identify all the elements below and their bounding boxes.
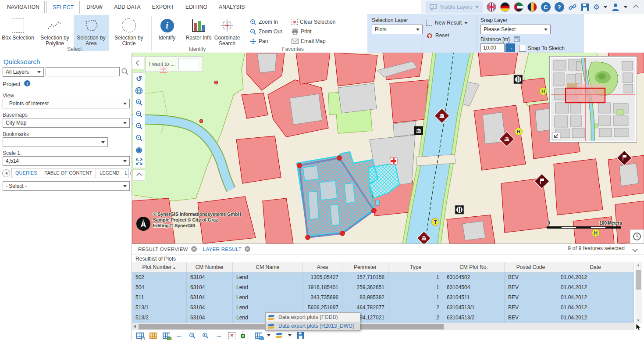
overview-map[interactable] (549, 56, 637, 143)
quicksearch-layer-dropdown[interactable]: All Layers (3, 67, 44, 77)
close-icon[interactable]: ✕ (245, 246, 250, 252)
table-row[interactable]: 50263104Lend1305,05427157,71015816310450… (132, 272, 634, 283)
table-row[interactable]: 513/263104Lend94,127021263104513/2BEV01.… (132, 313, 634, 323)
selection-by-polyline-button[interactable]: Selection by Polyline (37, 15, 73, 51)
sidebar-tab-queries[interactable]: QUERIES (11, 168, 41, 178)
refresh-icon[interactable]: ↺ (133, 73, 145, 85)
email-map-button[interactable]: Email Map (292, 37, 326, 46)
menu-tab-export[interactable]: EXPORT (146, 0, 180, 14)
menu-tab-select[interactable]: SELECT (46, 1, 80, 14)
table-row[interactable]: 51163104Lend343,73569683,985382163104511… (132, 293, 634, 303)
apply-distance-button[interactable]: → (505, 43, 515, 52)
menu-tab-analysis[interactable]: ANALYSIS (213, 0, 250, 14)
sidebar-tab-legend[interactable]: LEGEND (96, 168, 123, 178)
table-image-icon[interactable] (162, 331, 171, 340)
bookmarks-dropdown[interactable] (3, 137, 108, 147)
remove-selection-icon[interactable]: ✕ (228, 331, 236, 340)
i-want-to-button[interactable] (178, 58, 198, 70)
close-icon[interactable]: ✕ (191, 246, 197, 252)
column-header-postal-code[interactable]: Postal Code (505, 262, 557, 272)
tab-result-overview[interactable]: RESULT OVERVIEW ✕ (138, 246, 197, 252)
vscroll-thumb[interactable] (636, 270, 641, 290)
previous-extent-icon[interactable] (133, 120, 145, 132)
selection-layer-dropdown[interactable]: Plots (372, 25, 423, 34)
distance-input[interactable]: 10.00 (480, 43, 505, 52)
column-header-cm-number[interactable]: CM Number (187, 262, 233, 272)
clear-selection-button[interactable]: ✕Clear Selection (292, 18, 335, 26)
crescent-logo-icon[interactable]: C (541, 2, 551, 12)
view-dropdown[interactable]: Points of Interest (3, 99, 130, 108)
overview-extent-rect[interactable] (566, 88, 605, 103)
raster-info-button[interactable]: Raster Info (183, 15, 214, 51)
flag-romania-icon[interactable] (527, 2, 537, 12)
menu-tab-add-data[interactable]: ADD DATA (108, 0, 146, 14)
menu-tab-editing[interactable]: EDITING (180, 0, 213, 14)
user-icon[interactable] (611, 3, 620, 11)
show-table-icon[interactable] (149, 331, 157, 340)
box-selection-button[interactable]: Box Selection (1, 15, 35, 51)
zoom-out-button[interactable]: Zoom Out (250, 27, 282, 36)
selection-by-area-button[interactable]: Selection by Area (74, 15, 109, 51)
identify-button[interactable]: i Identify (153, 15, 181, 51)
sidebar-collapse-button[interactable] (132, 56, 144, 69)
scroll-left-icon[interactable] (133, 325, 136, 328)
reset-button[interactable]: Reset (426, 32, 449, 39)
context-menu-item[interactable]: Data export plots (R2013_DWG) (266, 322, 360, 330)
flag-uk-icon[interactable] (487, 2, 496, 12)
globe-full-extent-icon[interactable] (133, 85, 145, 97)
save-result-icon[interactable] (296, 331, 305, 340)
new-result-button[interactable]: New Result (426, 20, 468, 26)
data-export-icon-caret[interactable] (288, 334, 292, 336)
column-header-cm-plot-no-[interactable]: CM Plot No. (443, 262, 505, 272)
flag-germany-icon[interactable] (500, 2, 510, 12)
selection-by-circle-button[interactable]: Selection by Circle (110, 15, 147, 51)
sidebar-tab-l[interactable]: L (123, 168, 129, 178)
zoom-previous-icon[interactable] (188, 331, 197, 340)
query-select-dropdown[interactable]: - Select - (3, 181, 130, 191)
menu-tab-navigation[interactable]: NAVIGATION (2, 1, 45, 13)
zoom-next-icon[interactable] (201, 331, 210, 340)
center-map-icon[interactable]: ◉ (133, 144, 145, 156)
context-menu-item[interactable]: Data export plots (FGDB) (266, 313, 360, 322)
scroll-up-icon[interactable]: ▲ (637, 263, 640, 267)
zoom-in-icon[interactable] (133, 97, 145, 108)
search-icon[interactable] (121, 68, 129, 75)
tab-layer-result[interactable]: LAYER RESULT ✕ (203, 246, 250, 252)
project-info-icon[interactable]: i (24, 80, 30, 86)
menu-tab-draw[interactable]: DRAW (81, 0, 108, 14)
column-header-plot-number[interactable]: Plot Number ▲ (132, 262, 187, 272)
table-row[interactable]: 513/163104Lend5606,251697464,78207726310… (132, 303, 634, 313)
snap-to-sketch-checkbox[interactable] (519, 45, 526, 52)
table-globe-export-icon-caret[interactable] (267, 334, 270, 336)
save-icon[interactable] (581, 3, 589, 11)
quicksearch-input[interactable] (46, 67, 120, 76)
time-slider-clock-icon[interactable] (630, 229, 644, 243)
table-row[interactable]: 50463104Lend1916,185401259,3626511631045… (132, 283, 634, 293)
column-header-date[interactable]: Date (557, 262, 634, 272)
column-header-type[interactable]: Type (388, 262, 443, 272)
i-want-to-widget[interactable]: I want to ... (145, 56, 203, 72)
previous-result-icon[interactable]: ← (175, 331, 184, 340)
full-extent-arrows-icon[interactable] (133, 156, 145, 168)
scale-dropdown[interactable]: 4,514 (3, 156, 130, 166)
sidebar-tab-table-of-content[interactable]: TABLE OF CONTENT (41, 168, 96, 178)
map-canvas[interactable]: H H H T © SynerGIS Informationssysteme G… (132, 53, 644, 243)
column-header-perimeter[interactable]: Perimeter (342, 262, 388, 272)
user-caret-icon[interactable] (624, 6, 627, 8)
next-extent-icon[interactable] (133, 132, 145, 144)
help-icon[interactable]: ? (555, 2, 564, 12)
next-result-icon[interactable]: → (214, 331, 223, 340)
vertical-scrollbar[interactable]: ▲ ▼ (635, 262, 642, 323)
flag-uae-icon[interactable] (514, 2, 523, 12)
settings-caret-icon[interactable] (604, 6, 607, 8)
link-icon[interactable] (568, 3, 577, 11)
pan-button[interactable]: Pan (250, 37, 268, 46)
column-header-area[interactable]: Area (303, 262, 342, 272)
excel-export-icon[interactable]: X (241, 331, 249, 340)
print-button[interactable]: Print (292, 27, 312, 36)
settings-gear-icon[interactable]: ⚙ (593, 3, 600, 12)
zoom-in-button[interactable]: Zoom In (250, 18, 278, 26)
zoom-to-result-icon[interactable] (135, 331, 144, 340)
tabs-scroll-left-icon[interactable] (2, 169, 10, 177)
visible-layers-button[interactable]: Visible Layers (426, 1, 482, 13)
